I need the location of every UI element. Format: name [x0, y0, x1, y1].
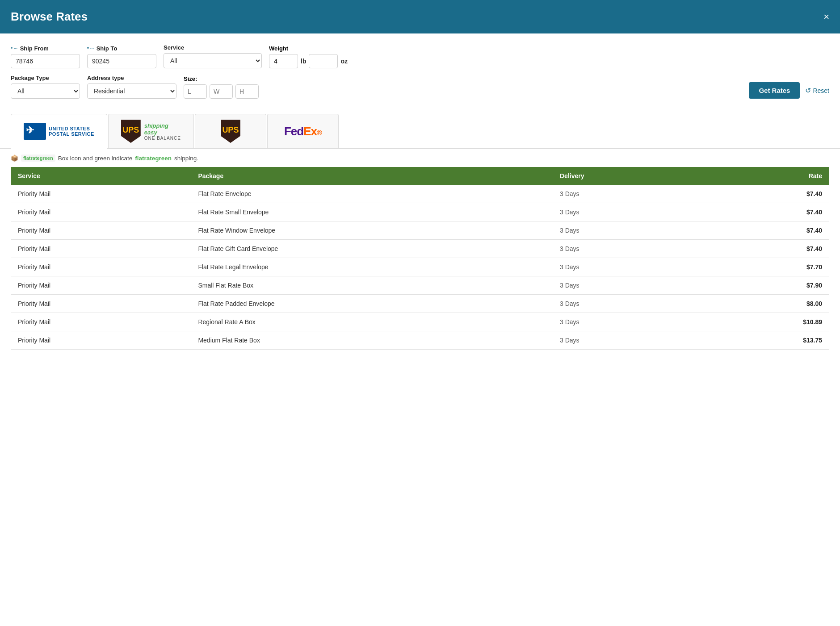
info-text: Box icon and green indicate: [58, 155, 133, 162]
ship-to-group: * ··· Ship To: [87, 45, 156, 68]
size-h-input[interactable]: [235, 84, 259, 99]
rate-cell: $7.40: [701, 240, 829, 258]
rate-cell: $7.70: [701, 258, 829, 276]
weight-label: Weight: [269, 45, 348, 52]
delivery-cell: 3 Days: [553, 331, 701, 350]
ups-logo: UPS: [221, 120, 240, 143]
table-row: Priority Mail Flat Rate Legal Envelope 3…: [11, 258, 829, 276]
shipping-easy-text: shippingeasy: [144, 122, 181, 136]
info-suffix: shipping.: [174, 155, 198, 162]
table-header-row: Service Package Delivery Rate: [11, 167, 829, 185]
package-cell: Flat Rate Gift Card Envelope: [191, 240, 553, 258]
package-cell: Medium Flat Rate Box: [191, 331, 553, 350]
table-row: Priority Mail Medium Flat Rate Box 3 Day…: [11, 331, 829, 350]
ups-text-2: UPS: [222, 125, 239, 135]
form-row-2: Package Type All Flat Rate Envelope Flat…: [11, 75, 829, 99]
required-indicator-2: * ···: [87, 46, 94, 51]
carrier-tab-fedex[interactable]: FedEx®: [267, 114, 339, 148]
svg-text:✈: ✈: [26, 125, 34, 136]
fed-text: Fed: [284, 125, 303, 138]
rate-cell: $7.40: [701, 203, 829, 221]
table-row: Priority Mail Flat Rate Envelope 3 Days …: [11, 185, 829, 203]
action-group: Get Rates ↺ Reset: [749, 82, 829, 99]
address-type-select[interactable]: Residential Commercial: [87, 83, 176, 99]
oz-label: oz: [340, 58, 348, 65]
weight-oz-input[interactable]: [309, 54, 338, 68]
one-balance-text: ONE BALANCE: [144, 136, 181, 141]
package-type-group: Package Type All Flat Rate Envelope Flat…: [11, 75, 80, 99]
carrier-tab-ups[interactable]: UPS: [195, 114, 266, 148]
usps-eagle-svg: ✈: [24, 123, 46, 140]
rates-table-wrapper: Service Package Delivery Rate Priority M…: [0, 167, 840, 360]
carrier-tabs: ✈ UNITED STATES POSTAL SERVICE UPS shipp…: [0, 114, 840, 149]
usps-name-line1: UNITED STATES: [49, 126, 94, 131]
carrier-tab-usps[interactable]: ✈ UNITED STATES POSTAL SERVICE: [11, 114, 107, 149]
col-rate: Rate: [701, 167, 829, 185]
package-cell: Flat Rate Envelope: [191, 185, 553, 203]
delivery-cell: 3 Days: [553, 221, 701, 240]
package-cell: Small Flat Rate Box: [191, 276, 553, 295]
flatrategreen-badge: flatrategreen: [21, 154, 55, 162]
usps-logo: ✈ UNITED STATES POSTAL SERVICE: [24, 123, 94, 140]
col-package: Package: [191, 167, 553, 185]
rate-cell: $8.00: [701, 295, 829, 313]
rate-cell: $7.90: [701, 276, 829, 295]
package-type-label: Package Type: [11, 75, 80, 81]
usps-name-line2: POSTAL SERVICE: [49, 131, 94, 137]
ups-se-logo: UPS shippingeasy ONE BALANCE: [121, 120, 181, 143]
ship-from-group: * ··· Ship From: [11, 45, 80, 68]
ups-shield-icon: UPS: [121, 120, 141, 143]
rate-cell: $10.89: [701, 313, 829, 331]
form-row-1: * ··· Ship From * ··· Ship To Service Al…: [11, 44, 829, 68]
ship-to-label: * ··· Ship To: [87, 45, 156, 52]
size-w-input[interactable]: [210, 84, 233, 99]
required-indicator: * ···: [11, 46, 17, 51]
reset-icon: ↺: [805, 86, 811, 95]
ship-to-input[interactable]: [87, 54, 156, 68]
service-cell: Priority Mail: [11, 185, 191, 203]
size-label: Size:: [184, 75, 259, 82]
table-row: Priority Mail Flat Rate Small Envelope 3…: [11, 203, 829, 221]
lb-label: lb: [301, 58, 306, 65]
col-service: Service: [11, 167, 191, 185]
service-cell: Priority Mail: [11, 331, 191, 350]
delivery-cell: 3 Days: [553, 185, 701, 203]
address-type-group: Address type Residential Commercial: [87, 75, 176, 99]
service-cell: Priority Mail: [11, 295, 191, 313]
delivery-cell: 3 Days: [553, 295, 701, 313]
modal-header: Browse Rates ×: [0, 0, 840, 33]
service-cell: Priority Mail: [11, 276, 191, 295]
size-l-input[interactable]: [184, 84, 207, 99]
flatrategreen-link[interactable]: flatrategreen: [135, 155, 172, 162]
table-row: Priority Mail Small Flat Rate Box 3 Days…: [11, 276, 829, 295]
table-body: Priority Mail Flat Rate Envelope 3 Days …: [11, 185, 829, 350]
ex-text: Ex: [303, 125, 317, 138]
get-rates-button[interactable]: Get Rates: [749, 82, 800, 99]
page-title: Browse Rates: [11, 10, 88, 24]
service-label: Service: [164, 44, 262, 51]
service-cell: Priority Mail: [11, 221, 191, 240]
rate-cell: $7.40: [701, 185, 829, 203]
ship-from-input[interactable]: [11, 54, 80, 68]
info-bar: 📦 flatrategreen Box icon and green indic…: [0, 149, 840, 167]
delivery-cell: 3 Days: [553, 313, 701, 331]
package-cell: Flat Rate Window Envelope: [191, 221, 553, 240]
close-button[interactable]: ×: [823, 12, 829, 22]
service-cell: Priority Mail: [11, 203, 191, 221]
service-cell: Priority Mail: [11, 240, 191, 258]
weight-lb-input[interactable]: [269, 54, 298, 68]
service-cell: Priority Mail: [11, 313, 191, 331]
package-cell: Regional Rate A Box: [191, 313, 553, 331]
service-cell: Priority Mail: [11, 258, 191, 276]
reset-button[interactable]: ↺ Reset: [805, 86, 829, 95]
fedex-logo: FedEx®: [284, 125, 322, 138]
service-group: Service All Priority Mail First Class Pa…: [164, 44, 262, 68]
package-type-select[interactable]: All Flat Rate Envelope Flat Rate Box Reg…: [11, 83, 80, 99]
delivery-cell: 3 Days: [553, 276, 701, 295]
service-select[interactable]: All Priority Mail First Class Parcel Sel…: [164, 53, 262, 68]
delivery-cell: 3 Days: [553, 240, 701, 258]
package-cell: Flat Rate Legal Envelope: [191, 258, 553, 276]
carrier-tab-ups-se[interactable]: UPS shippingeasy ONE BALANCE: [108, 114, 194, 148]
address-type-label: Address type: [87, 75, 176, 81]
size-group: Size:: [184, 75, 259, 99]
